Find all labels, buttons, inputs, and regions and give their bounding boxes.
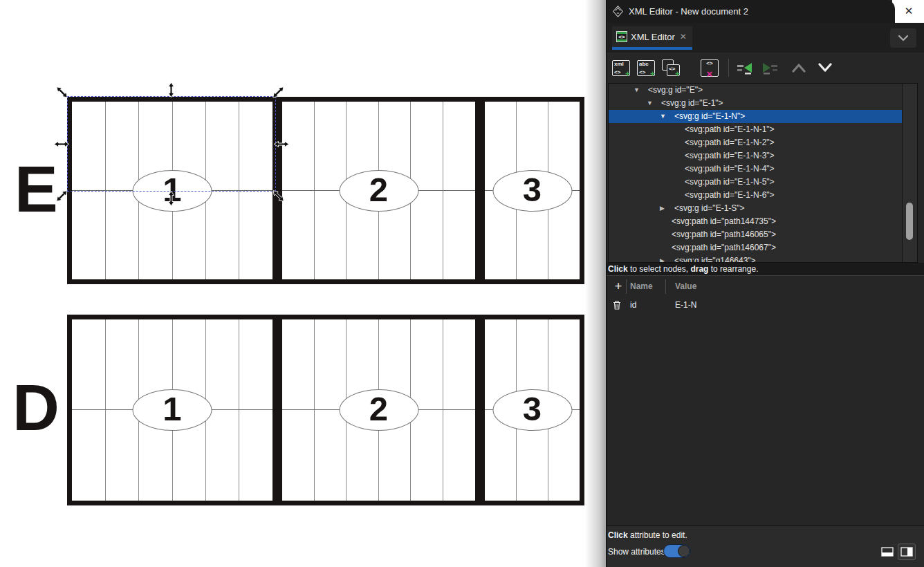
xml-node-label: <svg:path id="E-1-N-2"> — [685, 136, 775, 149]
xml-node-label: <svg:g id="g146643"> — [674, 254, 756, 263]
column-line — [443, 319, 443, 501]
grid-rect-D-3[interactable]: 3 — [480, 315, 584, 505]
attribute-value[interactable]: E-1-N — [675, 300, 696, 310]
selection-dashed-outline — [67, 96, 276, 192]
cell-number: 3 — [523, 173, 542, 209]
add-attribute-button[interactable]: + — [611, 279, 626, 294]
grid-rect-E-3[interactable]: 3 — [480, 97, 584, 284]
attributes-header: + Name Value — [607, 277, 924, 297]
cell-number: 2 — [369, 173, 388, 209]
xml-node-label: <svg:path id="path146065"> — [672, 228, 776, 241]
inkscape-logo-icon — [612, 6, 624, 17]
new-element-node-button[interactable]: xml <> + — [611, 57, 631, 78]
attribute-name[interactable]: id — [630, 300, 636, 310]
xml-node-label: <svg:path id="E-1-N-5"> — [685, 176, 775, 189]
attribute-row[interactable]: idE-1-N — [607, 297, 924, 314]
delete-node-icon: <> × — [701, 59, 719, 77]
chevron-down-icon — [898, 35, 909, 41]
xml-tree-row[interactable]: <svg:path id="E-1-N-2"> — [609, 136, 903, 149]
move-node-up-button[interactable] — [788, 57, 809, 78]
xml-tree-row[interactable]: <svg:path id="path146065"> — [609, 228, 903, 241]
show-attributes-toggle[interactable] — [663, 544, 691, 558]
expander-collapsed-icon[interactable]: ▶ — [660, 254, 674, 263]
selection-handle-left[interactable] — [54, 136, 69, 151]
dialog-title: XML Editor - New document 2 — [629, 6, 748, 17]
dialog-titlebar[interactable]: XML Editor - New document 2 — [607, 0, 895, 23]
delete-node-button[interactable]: <> × — [699, 57, 720, 78]
new-element-node-icon: xml <> + — [612, 60, 630, 76]
expander-collapsed-icon[interactable]: ▶ — [660, 202, 674, 215]
expander-expanded-icon[interactable]: ▼ — [647, 97, 661, 110]
layout-switcher — [877, 543, 916, 560]
number-ellipse[interactable]: 3 — [492, 389, 572, 431]
indent-node-button[interactable] — [759, 57, 780, 78]
toolbar-separator — [728, 59, 729, 77]
xml-tree-row[interactable]: ▼<svg:g id="E-1"> — [609, 97, 903, 110]
inkscape-window: E123D123 ✕ XML Editor - New document 2 <… — [0, 0, 924, 567]
column-line — [314, 319, 315, 501]
number-ellipse[interactable]: 2 — [339, 170, 418, 212]
grid-rect-D-2[interactable]: 2 — [277, 315, 480, 505]
selection-handle-top[interactable] — [164, 82, 179, 97]
unindent-node-button[interactable] — [734, 57, 755, 78]
panel-menu-button[interactable] — [890, 28, 916, 48]
selection-handle-bottom[interactable] — [164, 191, 179, 206]
xml-tree-row[interactable]: <svg:path id="E-1-N-6"> — [609, 189, 903, 202]
xml-tree-row[interactable]: <svg:path id="E-1-N-1"> — [609, 123, 903, 136]
arrow-down-icon — [817, 63, 833, 73]
tab-close-icon[interactable]: ✕ — [680, 32, 687, 41]
column-separator — [665, 279, 666, 294]
number-ellipse[interactable]: 2 — [339, 389, 418, 431]
horizontal-split-icon — [881, 547, 894, 557]
cell-number: 1 — [163, 392, 181, 428]
xml-tree-row[interactable]: <svg:path id="path146067"> — [609, 241, 903, 254]
drawing-canvas[interactable]: E123D123 — [0, 0, 606, 567]
tree-scrollbar-thumb[interactable] — [906, 203, 913, 240]
new-text-node-button[interactable]: abc <> + — [636, 57, 656, 78]
column-line — [314, 102, 315, 279]
xml-tree-row[interactable]: ▶<svg:g id="E-1-S"> — [609, 202, 903, 215]
grid-rect-D-1[interactable]: 1 — [67, 315, 277, 505]
expander-expanded-icon[interactable]: ▼ — [660, 110, 674, 123]
delete-attribute-icon[interactable] — [613, 300, 621, 312]
tab-xml-editor[interactable]: <> XML Editor ✕ — [612, 26, 692, 50]
layout-vertical-button[interactable] — [898, 543, 916, 560]
xml-node-label: <svg:g id="E-1-S"> — [674, 202, 745, 215]
vertical-split-icon — [900, 547, 913, 557]
xml-tree-row[interactable]: <svg:path id="E-1-N-3"> — [609, 149, 903, 162]
unindent-node-icon — [737, 61, 753, 75]
arrow-up-icon — [791, 63, 806, 73]
canvas-row-label-E[interactable]: E — [15, 157, 58, 222]
xml-node-label: <svg:path id="E-1-N-4"> — [685, 162, 775, 176]
xml-node-label: <svg:path id="path146067"> — [672, 241, 776, 254]
selection-handle-right[interactable] — [274, 136, 289, 151]
tab-label: XML Editor — [631, 32, 675, 42]
number-ellipse[interactable]: 1 — [133, 389, 212, 431]
show-attributes-label: Show attributes — [608, 547, 665, 557]
panel-tabbar: <> XML Editor ✕ — [607, 23, 924, 53]
xml-tree-row[interactable]: <svg:path id="E-1-N-5"> — [609, 176, 903, 189]
cell-number: 2 — [369, 392, 388, 428]
grid-rect-E-2[interactable]: 2 — [277, 97, 480, 284]
xml-tree-row[interactable]: <svg:path id="E-1-N-4"> — [609, 162, 903, 176]
layout-horizontal-button[interactable] — [879, 544, 896, 559]
new-text-node-icon: abc <> + — [637, 60, 655, 76]
xml-tree-row[interactable]: ▼<svg:g id="E-1-N"> — [609, 110, 903, 123]
attr-name-header: Name — [630, 281, 653, 291]
tree-scrollbar[interactable] — [902, 84, 917, 262]
xml-tree-row[interactable]: ▼<svg:g id="E"> — [609, 84, 903, 97]
attr-value-header: Value — [675, 281, 696, 291]
canvas-edge-shadow — [585, 0, 606, 567]
close-window-button[interactable]: ✕ — [900, 3, 917, 19]
xml-tree-row[interactable]: ▶<svg:g id="g146643"> — [609, 254, 903, 263]
xml-node-tree: ▼<svg:g id="E">▼<svg:g id="E-1">▼<svg:g … — [608, 83, 918, 263]
duplicate-node-button[interactable]: <> + — [660, 57, 681, 78]
tree-hint-text: Click to select nodes, drag to rearrange… — [607, 263, 924, 276]
canvas-row-label-D[interactable]: D — [12, 375, 59, 440]
expander-expanded-icon[interactable]: ▼ — [634, 84, 648, 97]
xml-node-label: <svg:g id="E"> — [648, 84, 703, 97]
move-node-down-button[interactable] — [815, 57, 835, 78]
number-ellipse[interactable]: 3 — [492, 170, 572, 212]
xml-node-label: <svg:g id="E-1-N"> — [674, 110, 745, 123]
xml-tree-row[interactable]: <svg:path id="path144735"> — [609, 215, 903, 228]
